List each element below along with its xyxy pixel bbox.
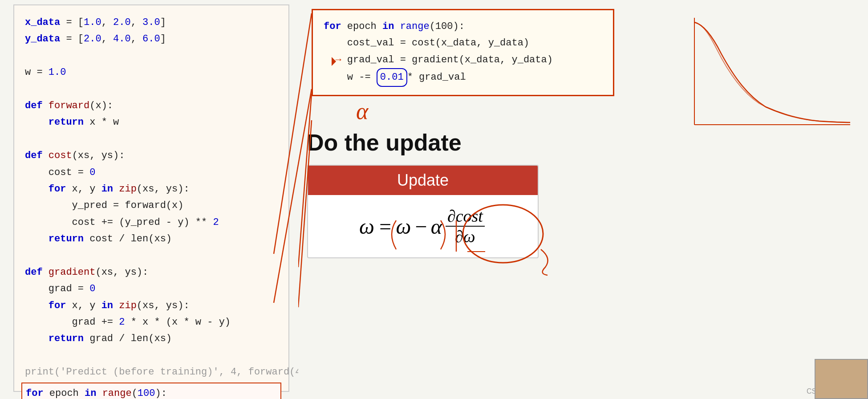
highlight-code-text: for epoch in range(100): cost_val = cost… (26, 385, 277, 399)
formula-omega-left: ω (359, 214, 374, 239)
fraction-numerator: ∂cost (446, 206, 485, 227)
right-panel: for epoch in range(100): cost_val = cost… (298, 4, 859, 392)
formula-alpha: α (431, 214, 442, 239)
update-table-header: Update (308, 166, 538, 195)
update-table: Update ω = ω − α ∂cost ∂ω (307, 165, 539, 258)
formula-minus: − (414, 214, 428, 239)
thumbnail-image (815, 359, 868, 399)
zoom-code-text: for epoch in range(100): cost_val = cost… (324, 18, 602, 87)
loss-curve-chart (677, 9, 855, 142)
update-table-body: ω = ω − α ∂cost ∂ω (308, 195, 538, 257)
do-update-label: Do the update (307, 129, 462, 156)
formula-equals: = (378, 214, 392, 239)
alpha-label: α (356, 98, 368, 124)
formula-omega-right: ω (396, 214, 411, 239)
code-panel: x_data = [1.0, 2.0, 3.0] y_data = [2.0, … (13, 4, 289, 392)
highlight-code-block: for epoch in range(100): cost_val = cost… (21, 383, 281, 399)
zoom-code-box: for epoch in range(100): cost_val = cost… (312, 9, 614, 96)
code-text: x_data = [1.0, 2.0, 3.0] y_data = [2.0, … (25, 14, 278, 381)
fraction-denominator: ∂ω (453, 227, 477, 246)
formula-fraction: ∂cost ∂ω (446, 206, 485, 246)
